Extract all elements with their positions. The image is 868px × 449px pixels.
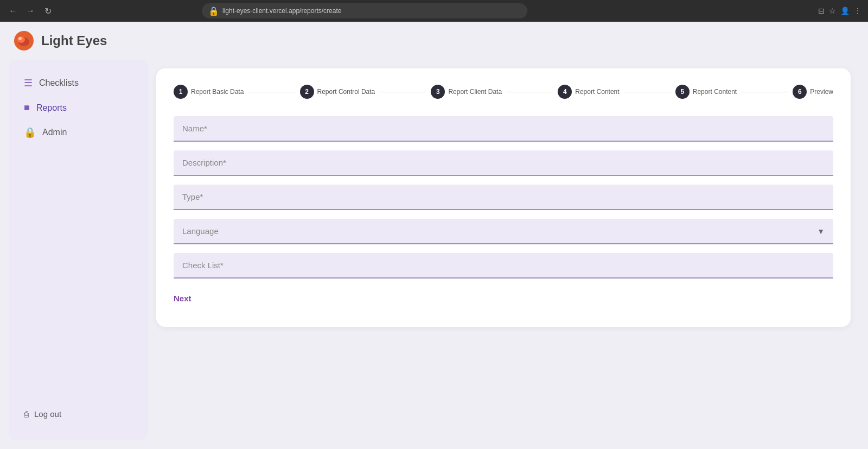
step-connector-5 bbox=[741, 92, 788, 92]
step-6-badge: 6 bbox=[793, 85, 807, 99]
reload-button[interactable]: ↻ bbox=[41, 4, 54, 17]
admin-icon: 🔒 bbox=[24, 127, 36, 138]
main-panel: 1 Report Basic Data 2 Report Control Dat… bbox=[148, 60, 859, 440]
step-4-badge: 4 bbox=[558, 85, 572, 99]
profile-icon[interactable]: 👤 bbox=[840, 7, 850, 15]
app-title: Light Eyes bbox=[41, 33, 107, 48]
form-card: 1 Report Basic Data 2 Report Control Dat… bbox=[156, 68, 851, 327]
step-2-label: Report Control Data bbox=[317, 88, 375, 96]
step-2-badge: 2 bbox=[300, 85, 314, 99]
bookmark-icon[interactable]: ☆ bbox=[829, 7, 836, 15]
address-bar[interactable]: 🔒 light-eyes-client.vercel.app/reports/c… bbox=[202, 3, 527, 18]
sidebar-item-reports-label: Reports bbox=[36, 103, 67, 113]
sidebar-nav: ☰ Checklists ■ Reports 🔒 Admin bbox=[9, 71, 148, 399]
description-input[interactable] bbox=[174, 150, 833, 176]
step-1-label: Report Basic Data bbox=[191, 88, 244, 96]
step-2: 2 Report Control Data bbox=[300, 85, 375, 99]
cast-icon[interactable]: ⊟ bbox=[818, 7, 825, 15]
sidebar-item-checklists[interactable]: ☰ Checklists bbox=[15, 71, 141, 96]
step-5: 5 Report Content bbox=[675, 85, 737, 99]
step-connector-1 bbox=[248, 92, 295, 92]
language-placeholder: Language bbox=[182, 226, 219, 236]
name-field-wrapper bbox=[174, 116, 833, 142]
step-connector-4 bbox=[624, 92, 671, 92]
step-3-label: Report Client Data bbox=[448, 88, 502, 96]
language-select[interactable]: Language ▼ bbox=[174, 219, 833, 244]
step-3-badge: 3 bbox=[431, 85, 445, 99]
description-field-wrapper bbox=[174, 150, 833, 176]
main-layout: ☰ Checklists ■ Reports 🔒 Admin ⎙ Log out bbox=[0, 60, 868, 449]
step-3: 3 Report Client Data bbox=[431, 85, 502, 99]
step-connector-2 bbox=[379, 92, 426, 92]
back-button[interactable]: ← bbox=[7, 4, 20, 17]
sidebar-bottom: ⎙ Log out bbox=[9, 399, 148, 429]
checklists-icon: ☰ bbox=[24, 77, 33, 89]
type-input[interactable] bbox=[174, 185, 833, 210]
sidebar-item-reports[interactable]: ■ Reports bbox=[15, 96, 141, 120]
lock-icon: 🔒 bbox=[208, 6, 219, 16]
checklist-input[interactable] bbox=[174, 253, 833, 279]
chevron-down-icon: ▼ bbox=[817, 227, 825, 236]
step-4: 4 Report Content bbox=[558, 85, 619, 99]
address-text: light-eyes-client.vercel.app/reports/cre… bbox=[222, 7, 341, 15]
browser-right-icons: ⊟ ☆ 👤 ⋮ bbox=[818, 7, 861, 15]
reports-icon: ■ bbox=[24, 102, 30, 113]
step-4-label: Report Content bbox=[575, 88, 619, 96]
step-1: 1 Report Basic Data bbox=[174, 85, 244, 99]
type-field-wrapper bbox=[174, 185, 833, 210]
app-container: Light Eyes ☰ Checklists ■ Reports 🔒 Admi… bbox=[0, 22, 868, 449]
name-input[interactable] bbox=[174, 116, 833, 142]
step-5-badge: 5 bbox=[675, 85, 690, 99]
step-5-label: Report Content bbox=[693, 88, 737, 96]
app-header: Light Eyes bbox=[0, 22, 868, 60]
logout-label: Log out bbox=[34, 409, 61, 419]
step-1-badge: 1 bbox=[174, 85, 188, 99]
step-connector-3 bbox=[506, 92, 553, 92]
sidebar-item-checklists-label: Checklists bbox=[39, 78, 79, 88]
checklist-field-wrapper bbox=[174, 253, 833, 279]
next-button[interactable]: Next bbox=[174, 292, 192, 305]
step-6: 6 Preview bbox=[793, 85, 833, 99]
sidebar-item-admin[interactable]: 🔒 Admin bbox=[15, 120, 141, 145]
logout-icon: ⎙ bbox=[24, 409, 29, 419]
sidebar-item-admin-label: Admin bbox=[42, 128, 67, 137]
menu-icon[interactable]: ⋮ bbox=[854, 7, 861, 15]
language-field-wrapper: Language ▼ bbox=[174, 219, 833, 244]
forward-button[interactable]: → bbox=[24, 4, 37, 17]
logout-button[interactable]: ⎙ Log out bbox=[22, 405, 135, 423]
step-6-label: Preview bbox=[810, 88, 833, 96]
app-logo-icon bbox=[13, 30, 35, 52]
browser-chrome: ← → ↻ 🔒 light-eyes-client.vercel.app/rep… bbox=[0, 0, 868, 22]
stepper: 1 Report Basic Data 2 Report Control Dat… bbox=[174, 85, 833, 99]
svg-point-3 bbox=[18, 37, 22, 40]
sidebar: ☰ Checklists ■ Reports 🔒 Admin ⎙ Log out bbox=[9, 60, 148, 440]
